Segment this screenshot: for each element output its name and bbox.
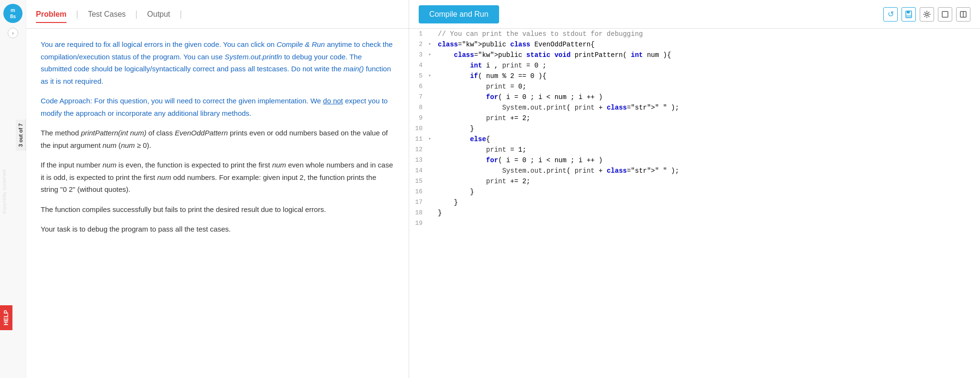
- compile-run-button[interactable]: Compile and Run: [419, 5, 499, 23]
- code-line[interactable]: 19: [409, 218, 980, 229]
- left-panel: Problem | Test Cases | Output | You are …: [26, 0, 409, 378]
- avatar[interactable]: m 8s: [3, 4, 22, 23]
- problem-approach: Code Approach: For this question, you wi…: [41, 95, 394, 119]
- line-content[interactable]: print = 0;: [436, 81, 980, 92]
- line-content[interactable]: class="kw">public static void printPatte…: [436, 50, 980, 60]
- right-panel: Compile and Run ↺: [409, 0, 980, 378]
- line-number: 14: [409, 166, 428, 176]
- line-content[interactable]: System.out.print( print + class="str">" …: [436, 102, 980, 113]
- code-line[interactable]: 16 }: [409, 187, 980, 197]
- problem-desc-2: If the input number num is even, the fun…: [41, 159, 394, 196]
- code-line[interactable]: 14 System.out.print( print + class="str"…: [409, 166, 980, 176]
- line-content[interactable]: }: [436, 197, 980, 208]
- tab-problem[interactable]: Problem: [36, 6, 67, 22]
- code-line[interactable]: 4 int i , print = 0 ;: [409, 60, 980, 71]
- tab-output[interactable]: Output: [147, 6, 170, 22]
- expand-button[interactable]: ›: [8, 28, 18, 38]
- line-number: 9: [409, 113, 428, 123]
- expand-icon-button[interactable]: [938, 7, 952, 22]
- line-collapse[interactable]: ▾: [428, 71, 436, 81]
- tab-test-cases[interactable]: Test Cases: [88, 6, 126, 22]
- line-content[interactable]: for( i = 0 ; i < num ; i ++ ): [436, 155, 980, 166]
- main-content: Problem | Test Cases | Output | You are …: [26, 0, 980, 378]
- line-number: 8: [409, 102, 428, 113]
- help-badge[interactable]: HELP: [0, 305, 12, 330]
- code-line[interactable]: 3▾ class="kw">public static void printPa…: [409, 50, 980, 60]
- svg-rect-4: [942, 11, 948, 17]
- line-collapse[interactable]: ▾: [428, 39, 436, 50]
- line-number: 10: [409, 123, 428, 134]
- line-content[interactable]: }: [436, 208, 980, 218]
- line-content[interactable]: for( i = 0 ; i < num ; i ++ ): [436, 92, 980, 102]
- code-line[interactable]: 8 System.out.print( print + class="str">…: [409, 102, 980, 113]
- line-number: 4: [409, 60, 428, 71]
- watermark: EnjoyAbility QuoteField: [0, 167, 9, 216]
- line-number: 17: [409, 197, 428, 208]
- save-icon-button[interactable]: [902, 7, 916, 22]
- code-line[interactable]: 11▾ else{: [409, 134, 980, 145]
- line-content[interactable]: print = 1;: [436, 145, 980, 155]
- line-content[interactable]: }: [436, 123, 980, 134]
- tab-bar: Problem | Test Cases | Output |: [26, 0, 409, 29]
- tab-sep-3: |: [180, 9, 182, 19]
- left-sidebar: m 8s › 3 out of 7 HELP EnjoyAbility Quot…: [0, 0, 26, 378]
- svg-rect-1: [907, 11, 910, 13]
- line-content[interactable]: }: [436, 187, 980, 197]
- code-editor[interactable]: 1// You can print the values to stdout f…: [409, 29, 980, 378]
- code-line[interactable]: 12 print = 1;: [409, 145, 980, 155]
- line-collapse[interactable]: ▾: [428, 134, 436, 145]
- tab-sep-2: |: [135, 9, 138, 19]
- svg-rect-2: [906, 15, 911, 17]
- code-line[interactable]: 1// You can print the values to stdout f…: [409, 29, 980, 39]
- line-number: 12: [409, 145, 428, 155]
- line-content[interactable]: int i , print = 0 ;: [436, 60, 980, 71]
- line-number: 13: [409, 155, 428, 166]
- line-number: 2: [409, 39, 428, 50]
- line-number: 7: [409, 92, 428, 102]
- line-number: 18: [409, 208, 428, 218]
- code-line[interactable]: 9 print += 2;: [409, 113, 980, 123]
- code-line[interactable]: 15 print += 2;: [409, 176, 980, 187]
- reset-icon-button[interactable]: ↺: [883, 7, 898, 22]
- code-line[interactable]: 18}: [409, 208, 980, 218]
- line-number: 11: [409, 134, 428, 145]
- line-number: 1: [409, 29, 428, 39]
- line-number: 15: [409, 176, 428, 187]
- code-line[interactable]: 6 print = 0;: [409, 81, 980, 92]
- code-line[interactable]: 17 }: [409, 197, 980, 208]
- split-icon-button[interactable]: [956, 7, 970, 22]
- code-line[interactable]: 7 for( i = 0 ; i < num ; i ++ ): [409, 92, 980, 102]
- tab-sep-1: |: [76, 9, 78, 19]
- progress-badge: 3 out of 7: [16, 120, 26, 151]
- editor-toolbar: Compile and Run ↺: [409, 0, 980, 29]
- line-content[interactable]: class="kw">public class EvenOddPattern{: [436, 39, 980, 50]
- problem-desc-4: Your task is to debug the program to pas…: [41, 223, 394, 235]
- line-content[interactable]: if( num % 2 == 0 ){: [436, 71, 980, 81]
- line-content[interactable]: else{: [436, 134, 980, 145]
- problem-desc-3: The function compiles successfully but f…: [41, 203, 394, 216]
- toolbar-icons: ↺: [883, 7, 970, 22]
- code-line[interactable]: 5▾ if( num % 2 == 0 ){: [409, 71, 980, 81]
- problem-desc-1: The method printPattern(int num) of clas…: [41, 127, 394, 151]
- line-content[interactable]: // You can print the values to stdout fo…: [436, 29, 980, 39]
- line-number: 6: [409, 81, 428, 92]
- line-content[interactable]: print += 2;: [436, 113, 980, 123]
- line-content[interactable]: print += 2;: [436, 176, 980, 187]
- problem-content: You are required to fix all logical erro…: [26, 29, 409, 378]
- code-line[interactable]: 13 for( i = 0 ; i < num ; i ++ ): [409, 155, 980, 166]
- settings-icon-button[interactable]: [920, 7, 934, 22]
- svg-point-3: [926, 13, 928, 15]
- problem-intro: You are required to fix all logical erro…: [41, 38, 394, 87]
- line-content[interactable]: System.out.print( print + class="str">" …: [436, 166, 980, 176]
- line-number: 5: [409, 71, 428, 81]
- line-collapse[interactable]: ▾: [428, 50, 436, 60]
- line-number: 16: [409, 187, 428, 197]
- line-number: 19: [409, 218, 428, 229]
- line-number: 3: [409, 50, 428, 60]
- code-line[interactable]: 10 }: [409, 123, 980, 134]
- code-line[interactable]: 2▾class="kw">public class EvenOddPattern…: [409, 39, 980, 50]
